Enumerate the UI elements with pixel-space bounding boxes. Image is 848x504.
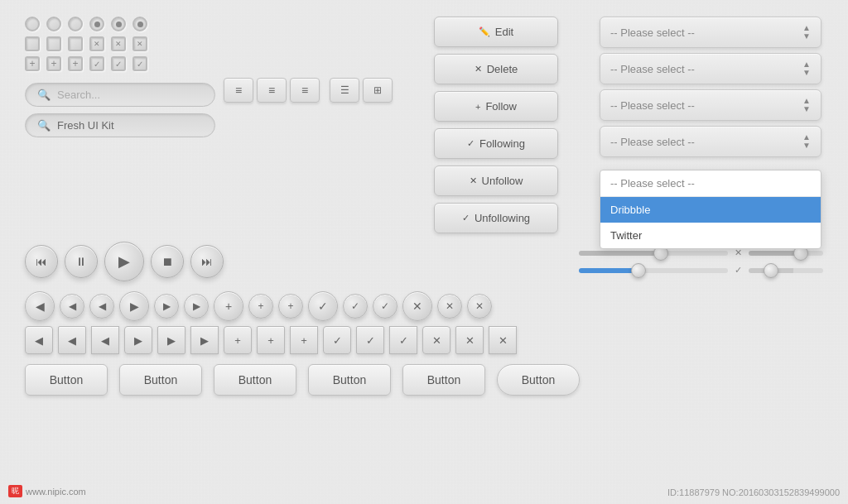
bottom-btn-3[interactable]: Button	[214, 364, 296, 396]
checkbox-empty-1[interactable]	[25, 36, 40, 51]
select-3[interactable]: -- Please select -- ▲▼	[600, 89, 822, 121]
dropdown-item-twitter[interactable]: Twitter	[600, 223, 821, 248]
radio-checked-3[interactable]	[132, 17, 147, 31]
bottom-buttons-row: Button Button Button Button Button Butto…	[25, 364, 823, 396]
circle-prev-3[interactable]: ◀	[89, 294, 114, 319]
circle-prev-1[interactable]: ◀	[25, 291, 55, 321]
check-btn-1[interactable]	[89, 56, 104, 71]
checkbox-x-3[interactable]	[132, 36, 147, 51]
circle-check-1[interactable]: ✓	[308, 291, 338, 321]
align-left-btn[interactable]: ≡	[224, 78, 253, 103]
check-btn-2[interactable]	[111, 56, 126, 71]
following-button[interactable]: ✓ Following	[434, 128, 558, 159]
circle-check-2[interactable]: ✓	[343, 294, 368, 319]
slider-track-3[interactable]	[579, 268, 728, 273]
sq-plus-2[interactable]: +	[257, 326, 285, 354]
sq-plus-3[interactable]: +	[290, 326, 318, 354]
circle-plus-3[interactable]: +	[278, 294, 303, 319]
list-btn-grid[interactable]: ⊞	[363, 78, 393, 103]
slider-track-2[interactable]	[749, 251, 823, 256]
circle-prev-2[interactable]: ◀	[60, 294, 84, 319]
circle-next-1[interactable]: ▶	[119, 291, 149, 321]
action-buttons-col: ✏️ Edit ✕ Delete + Follow ✓ Following ✕ …	[434, 17, 558, 233]
sq-check-1[interactable]: ✓	[323, 326, 351, 354]
checkbox-empty-2[interactable]	[46, 36, 61, 51]
radio-empty-3[interactable]	[68, 17, 83, 31]
nipic-site: www.nipic.com	[26, 487, 86, 497]
text-align-group: ≡ ≡ ≡	[224, 78, 320, 103]
unfollow-button[interactable]: ✕ Unfollow	[434, 166, 558, 196]
arrow-icon-4: ▲▼	[802, 133, 811, 150]
plus-btn-1[interactable]: +	[25, 56, 40, 71]
bottom-btn-1[interactable]: Button	[25, 364, 108, 396]
skip-forward-btn[interactable]: ⏭	[190, 245, 224, 278]
bottom-btn-5[interactable]: Button	[402, 364, 485, 396]
arrow-icon-3: ▲▼	[802, 97, 811, 113]
search-value: Fresh UI Kit	[57, 119, 114, 132]
edit-button[interactable]: ✏️ Edit	[434, 17, 558, 47]
radio-checked-1[interactable]	[89, 17, 104, 31]
select-4[interactable]: -- Please select -- ▲▼	[600, 126, 822, 157]
bottom-btn-4[interactable]: Button	[308, 364, 391, 396]
square-buttons-row: ◀ ◀ ◀ ▶ ▶ ▶ + + + ✓ ✓ ✓ ✕ ✕ ✕	[25, 326, 823, 354]
slider-thumb-3[interactable]	[631, 263, 646, 278]
sq-x-1[interactable]: ✕	[422, 326, 450, 354]
circle-next-3[interactable]: ▶	[184, 294, 209, 319]
unfollowing-button[interactable]: ✓ Unfollowing	[434, 203, 558, 233]
circle-check-3[interactable]: ✓	[373, 294, 398, 319]
dropdown-item-dribbble[interactable]: Dribbble	[600, 197, 821, 223]
pause-btn[interactable]: ⏸	[65, 245, 98, 278]
slider-track-4[interactable]	[749, 268, 823, 273]
sq-next-2[interactable]: ▶	[157, 326, 186, 354]
bottom-btn-2[interactable]: Button	[119, 364, 202, 396]
sq-check-2[interactable]: ✓	[356, 326, 384, 354]
checkbox-x-2[interactable]	[111, 36, 126, 51]
circle-x-1[interactable]: ✕	[402, 291, 432, 321]
watermark: 昵 www.nipic.com	[8, 485, 86, 497]
circle-plus-1[interactable]: +	[214, 291, 243, 321]
radio-empty-2[interactable]	[46, 17, 61, 31]
radio-checked-2[interactable]	[111, 17, 126, 31]
sq-next-1[interactable]: ▶	[124, 326, 152, 354]
search-input-empty[interactable]: 🔍 Search...	[25, 83, 215, 107]
stop-btn[interactable]: ⏹	[151, 245, 184, 278]
sliders-section: ✕ ✓	[579, 247, 823, 276]
circle-plus-2[interactable]: +	[248, 294, 273, 319]
circle-next-2[interactable]: ▶	[154, 294, 179, 319]
delete-button[interactable]: ✕ Delete	[434, 54, 558, 84]
skip-back-btn[interactable]: ⏮	[25, 245, 58, 278]
slider-thumb-4[interactable]	[764, 263, 778, 278]
radio-empty-1[interactable]	[25, 17, 40, 31]
check-icon-2: ✓	[462, 213, 470, 223]
edit-icon: ✏️	[479, 26, 490, 37]
sq-prev-2[interactable]: ◀	[58, 326, 86, 354]
plus-btn-2[interactable]: +	[46, 56, 61, 71]
slider-track-1[interactable]	[579, 251, 728, 256]
play-btn[interactable]: ▶	[104, 242, 144, 281]
sq-x-2[interactable]: ✕	[455, 326, 484, 354]
checkbox-x-1[interactable]	[89, 36, 104, 51]
checkbox-empty-3[interactable]	[68, 36, 83, 51]
follow-button[interactable]: + Follow	[434, 91, 558, 122]
sq-prev-3[interactable]: ◀	[91, 326, 119, 354]
circle-x-2[interactable]: ✕	[437, 294, 462, 319]
circle-x-3[interactable]: ✕	[467, 294, 492, 319]
sq-x-3[interactable]: ✕	[489, 326, 517, 354]
check-btn-3[interactable]	[132, 56, 147, 71]
select-2[interactable]: -- Please select -- ▲▼	[600, 53, 822, 84]
list-btn-1[interactable]: ☰	[330, 78, 359, 103]
bottom-btn-6[interactable]: Button	[497, 364, 580, 396]
sq-check-3[interactable]: ✓	[389, 326, 417, 354]
sq-next-3[interactable]: ▶	[190, 326, 219, 354]
check-icon-slider: ✓	[735, 265, 742, 276]
list-type-group: ☰ ⊞	[330, 78, 393, 103]
select-1[interactable]: -- Please select -- ▲▼	[600, 17, 822, 48]
search-input-filled[interactable]: 🔍 Fresh UI Kit	[25, 113, 215, 137]
sq-plus-1[interactable]: +	[224, 326, 252, 354]
align-center-btn[interactable]: ≡	[257, 78, 287, 103]
sq-prev-1[interactable]: ◀	[25, 326, 53, 354]
nipic-logo: 昵	[8, 485, 22, 497]
radio-row	[25, 17, 174, 31]
plus-btn-3[interactable]: +	[68, 56, 83, 71]
align-right-btn[interactable]: ≡	[290, 78, 320, 103]
